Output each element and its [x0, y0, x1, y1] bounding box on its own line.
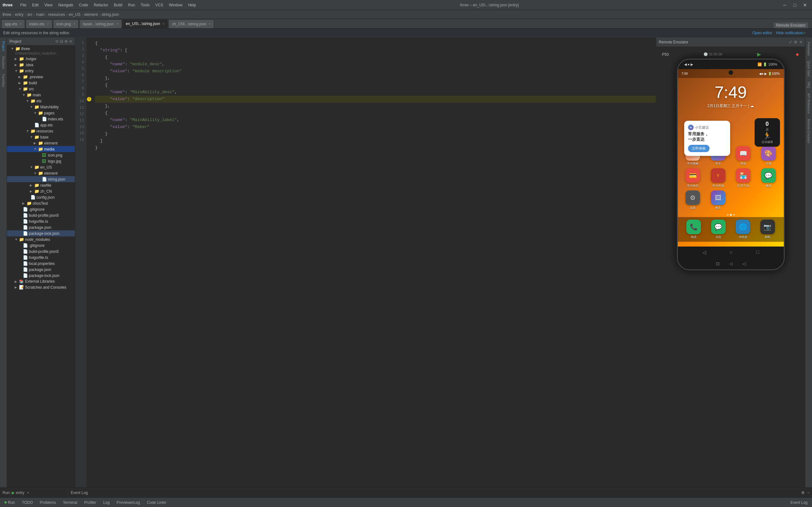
remote-settings-icon[interactable]: ⚙ — [794, 40, 798, 44]
app-reading[interactable]: 📖 阅读 — [732, 146, 755, 166]
menu-help[interactable]: Help — [186, 2, 199, 8]
tab-en-us-string-json[interactable]: en_US\...\string.json × — [122, 19, 168, 28]
tree-item-scratches[interactable]: ▶ 📝 Scratches and Consoles — [7, 284, 75, 290]
tree-item-local-properties[interactable]: 📄 local.properties — [7, 261, 75, 267]
menu-refactor[interactable]: Refactor — [91, 2, 111, 8]
nav-back-icon[interactable]: ◁ — [702, 249, 706, 256]
app-settings[interactable]: ⚙ 设置 — [681, 190, 705, 210]
phone-screen[interactable]: 7:49 ◀● ▶ 🔋100% 7:49 2月1日星期三 正月十一 | ☁ ✦ … — [678, 69, 784, 246]
menu-tools[interactable]: Tools — [138, 2, 152, 8]
project-panel-button[interactable]: Project — [1, 40, 6, 52]
breadcrumb-entry[interactable]: entry — [15, 12, 23, 17]
phone-control-1[interactable]: ⊡ — [716, 261, 720, 266]
breadcrumb-src[interactable]: src — [27, 12, 32, 17]
menu-view[interactable]: View — [42, 2, 55, 8]
tree-item-ohos-test[interactable]: ▶ 📁 ohosTest — [7, 200, 75, 206]
remote-close-icon[interactable]: ✕ — [799, 40, 803, 44]
tab-close-icon[interactable]: × — [20, 22, 21, 26]
close-tree-icon[interactable]: ✕ — [69, 39, 72, 44]
tree-item-hvigorfile[interactable]: 📄 hvigorfile.ts — [7, 218, 75, 224]
breadcrumb-element[interactable]: element — [84, 12, 98, 17]
health-widget[interactable]: 0 步 🏃 运动健康 — [755, 118, 780, 147]
breadcrumb-en-us[interactable]: en_US — [69, 12, 81, 17]
menu-file[interactable]: File — [18, 2, 29, 8]
nav-recent-icon[interactable]: □ — [756, 249, 759, 255]
breadcrumb-three[interactable]: three — [3, 12, 11, 17]
hide-notification-link[interactable]: Hide notification — [776, 31, 803, 35]
previewer-tab[interactable]: Previewer — [806, 40, 811, 58]
tree-item-package-lock-json[interactable]: 📄 package-lock.json — [7, 230, 75, 236]
tree-item-gitignore-entry[interactable]: 📄 .gitignore — [7, 206, 75, 212]
tree-item-config-json[interactable]: 📄 config.json — [7, 194, 75, 200]
tree-item-node-modules[interactable]: ▼ 📁 node_modules — [7, 236, 75, 242]
bottom-tab-terminal[interactable]: Terminal — [60, 498, 80, 507]
tree-item-package-json-entry[interactable]: 📄 package.json — [7, 224, 75, 230]
collapse-icon[interactable]: ⊟ — [60, 39, 63, 44]
app-gallery[interactable]: 🖼 图库 — [707, 190, 729, 210]
minimize-button[interactable]: ─ — [780, 2, 789, 8]
code-content[interactable]: { "string": [ { "name": "module_desc", "… — [93, 38, 656, 487]
menu-build[interactable]: Build — [111, 2, 125, 8]
favorites-panel-button[interactable]: Favorites — [1, 73, 6, 89]
menu-run[interactable]: Run — [125, 2, 138, 8]
tree-item-external-libraries[interactable]: ▶ 📚 External Libraries — [7, 279, 75, 284]
tab-icon-png[interactable]: icon.png × — [53, 19, 79, 28]
menu-edit[interactable]: Edit — [30, 2, 41, 8]
tree-item-resources[interactable]: ▼ 📁 resources — [7, 128, 75, 134]
tree-item-en-us-element[interactable]: ▼ 📁 element — [7, 170, 75, 176]
tree-item-logo-jpg[interactable]: 🖼 logo.jpg — [7, 158, 75, 164]
bottom-tab-problems[interactable]: Problems — [37, 498, 59, 507]
tree-item-build-profile-root[interactable]: 📄 build-profile.json5 — [7, 248, 75, 255]
quick-start-tab[interactable]: Quick Start — [806, 59, 811, 78]
app-mall[interactable]: V 华为商城 — [707, 168, 729, 188]
ai-suggestion-card[interactable]: ✦ 小艺建议 常用服务， 一步直达 立即体验 — [684, 121, 730, 156]
tree-item-package-json-root[interactable]: 📄 package.json — [7, 267, 75, 273]
menu-window[interactable]: Window — [166, 2, 185, 8]
tab-zh-cn-string-json[interactable]: zh_CN\...\string.json × — [168, 19, 214, 28]
tree-item-pages[interactable]: ▼ 📁 pages — [7, 110, 75, 116]
phone-control-2[interactable]: ◁ — [729, 261, 733, 266]
app-market[interactable]: 🏪 应用市场 — [732, 168, 755, 188]
dock-sms[interactable]: 💬 信息 — [707, 220, 729, 239]
tree-item-base[interactable]: ▼ 📁 base — [7, 134, 75, 140]
tree-item-src[interactable]: ▼ 📁 src — [7, 86, 75, 92]
tab-close-icon[interactable]: × — [116, 22, 118, 26]
phone-control-3[interactable]: ◁ — [742, 261, 746, 266]
tree-item-index-ets[interactable]: 📄 index.ets — [7, 116, 75, 122]
tree-item-rawfile[interactable]: ▶ 📁 rawfile — [7, 182, 75, 188]
faq-tab[interactable]: FAQ — [806, 80, 811, 90]
tree-item-media[interactable]: ▼ 📁 media — [7, 146, 75, 152]
dock-browser[interactable]: 🌐 浏览器 — [732, 220, 754, 239]
run-close-icon[interactable]: × — [27, 491, 29, 495]
settings-icon[interactable]: ⚙ — [64, 39, 68, 44]
tree-item-idea[interactable]: ▶ 📁 .idea — [7, 62, 75, 68]
ai-experience-button[interactable]: 立即体验 — [688, 145, 710, 152]
bottom-tab-profiler[interactable]: Profiler — [81, 498, 100, 507]
event-log-close-icon[interactable]: − — [807, 491, 809, 495]
tree-item-main[interactable]: ▼ 📁 main — [7, 92, 75, 98]
event-log-settings-icon[interactable]: ⚙ — [801, 491, 805, 495]
tree-item-zh-cn[interactable]: ▶ 📁 zh_CN — [7, 188, 75, 194]
breadcrumb-main[interactable]: main — [36, 12, 44, 17]
tree-item-three[interactable]: ▼ 📁 three — [7, 46, 75, 52]
tree-item-mainability[interactable]: ▼ 📁 MainAbility — [7, 104, 75, 110]
tab-app-ets[interactable]: app.ets × — [1, 19, 25, 28]
tab-close-icon[interactable]: × — [73, 22, 75, 26]
tab-close-icon[interactable]: × — [209, 22, 211, 26]
play-icon[interactable]: ▶ — [757, 51, 761, 57]
event-log-tab[interactable]: Event Log — [787, 498, 811, 507]
tree-item-gitignore-root[interactable]: 📄 .gitignore — [7, 242, 75, 248]
tree-item-string-json[interactable]: 📄 string.json — [7, 176, 75, 182]
breadcrumb-resources[interactable]: resources — [48, 12, 65, 17]
bottom-tab-log[interactable]: Log — [100, 498, 113, 507]
tree-item-ets[interactable]: ▼ 📁 ets — [7, 98, 75, 104]
tree-item-preview[interactable]: ▶ 📁 .preview — [7, 74, 75, 80]
maximize-button[interactable]: □ — [791, 2, 799, 8]
remote-emulator-tab[interactable]: Remote Emulator — [774, 22, 808, 28]
menu-code[interactable]: Code — [77, 2, 91, 8]
open-editor-link[interactable]: Open editor — [752, 31, 772, 35]
remote-emulator-side-tab[interactable]: Remote Emulator — [806, 117, 811, 146]
bottom-tab-code-linter[interactable]: Code Linter — [144, 498, 170, 507]
tree-item-build[interactable]: ▶ 📁 build — [7, 80, 75, 86]
record-icon[interactable]: ⏺ — [796, 52, 799, 57]
